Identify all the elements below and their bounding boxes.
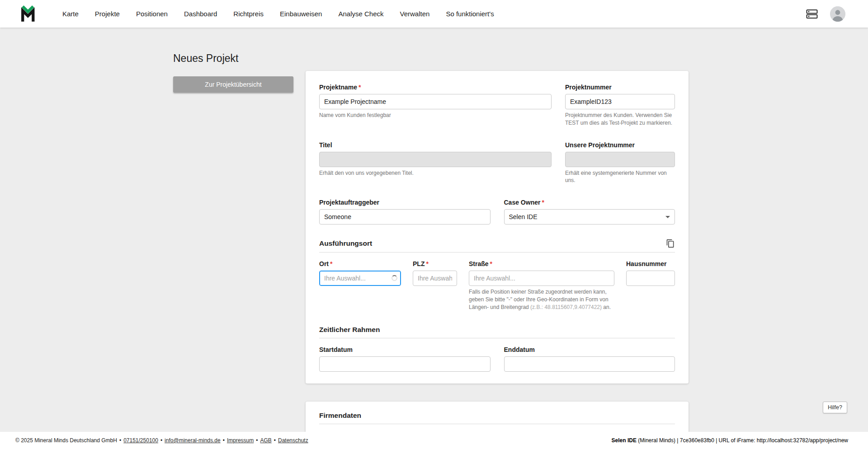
- field-plz: PLZ*: [413, 260, 457, 311]
- label-text: PLZ: [413, 260, 425, 267]
- titel-helper: Erhält den von uns vorgegebenen Titel.: [319, 169, 552, 177]
- enddatum-label: Enddatum: [504, 346, 675, 353]
- hausnummer-label: Hausnummer: [626, 260, 675, 267]
- chevron-down-icon: [665, 216, 670, 218]
- project-overview-button[interactable]: Zur Projektübersicht: [173, 76, 293, 93]
- nav-item-positionen[interactable]: Positionen: [136, 10, 168, 18]
- server-icon[interactable]: [806, 9, 818, 19]
- nav-item-so-funktionierts[interactable]: So funktioniert's: [446, 10, 494, 18]
- field-hausnummer: Hausnummer: [626, 260, 675, 311]
- required-marker: *: [359, 84, 361, 91]
- strasse-input[interactable]: [469, 271, 614, 286]
- person-icon: [830, 6, 845, 22]
- titel-label: Titel: [319, 141, 552, 149]
- field-case-owner: Case Owner* Selen IDE: [504, 199, 675, 224]
- case-owner-select[interactable]: Selen IDE: [504, 209, 675, 224]
- titel-input: [319, 152, 552, 167]
- field-unsere-projektnummer: Unsere Projektnummer Erhält eine systemg…: [565, 141, 675, 185]
- row-name-number: Projektname* Name vom Kunden festlegbar …: [319, 84, 675, 127]
- field-titel: Titel Erhält den von uns vorgegebenen Ti…: [319, 141, 552, 185]
- footer: © 2025 Mineral Minds Deutschland GmbH • …: [0, 432, 868, 449]
- startdatum-label: Startdatum: [319, 346, 491, 353]
- session-details: (Mineral Minds) | 7ce360e83fb0 | URL of …: [637, 437, 848, 444]
- projektnummer-helper: Projektnummer des Kunden. Verwenden Sie …: [565, 112, 675, 127]
- ort-input[interactable]: [319, 271, 401, 286]
- required-marker: *: [490, 260, 492, 267]
- projektauftraggeber-label: Projektauftraggeber: [319, 199, 491, 206]
- field-strasse: Straße* Falls die Position keiner Straße…: [469, 260, 614, 311]
- unsere-projektnummer-helper: Erhält eine systemgenerierte Nummer von …: [565, 169, 675, 185]
- projektnummer-label: Projektnummer: [565, 84, 675, 91]
- enddatum-input[interactable]: [504, 356, 675, 372]
- label-text: Projektname: [319, 84, 357, 91]
- firmendaten-heading: Firmendaten: [319, 412, 361, 420]
- footer-link-agb[interactable]: AGB: [260, 437, 271, 444]
- zeitlicher-rahmen-section-head: Zeitlicher Rahmen: [319, 326, 675, 338]
- projektname-helper: Name vom Kunden festlegbar: [319, 112, 552, 119]
- projektnummer-input[interactable]: [565, 94, 675, 109]
- ort-input-wrap: [319, 271, 401, 286]
- navbar-right: [806, 6, 845, 22]
- nav-item-analyse-check[interactable]: Analyse Check: [338, 10, 383, 18]
- row-auftraggeber-owner: Projektauftraggeber Case Owner* Selen ID…: [319, 199, 675, 224]
- case-owner-label: Case Owner*: [504, 199, 675, 206]
- field-projektnummer: Projektnummer Projektnummer des Kunden. …: [565, 84, 675, 127]
- label-text: Straße: [469, 260, 489, 267]
- field-startdatum: Startdatum: [319, 346, 491, 372]
- mineral-minds-logo[interactable]: [21, 5, 40, 23]
- required-marker: *: [330, 260, 332, 267]
- separator: •: [119, 437, 121, 444]
- logo-icon: [21, 5, 40, 23]
- startdatum-input[interactable]: [319, 356, 491, 372]
- required-marker: *: [426, 260, 428, 267]
- field-projektname: Projektname* Name vom Kunden festlegbar: [319, 84, 552, 127]
- separator: •: [256, 437, 258, 444]
- case-owner-value: Selen IDE: [509, 213, 538, 220]
- copyright-text: © 2025 Mineral Minds Deutschland GmbH: [15, 437, 117, 444]
- main-nav: Karte Projekte Positionen Dashboard Rich…: [62, 10, 494, 18]
- required-marker: *: [542, 199, 544, 206]
- footer-link-phone[interactable]: 07151/250100: [123, 437, 158, 444]
- footer-link-impressum[interactable]: Impressum: [227, 437, 254, 444]
- nav-item-projekte[interactable]: Projekte: [95, 10, 120, 18]
- separator: •: [160, 437, 162, 444]
- projektname-label: Projektname*: [319, 84, 552, 91]
- footer-legal: © 2025 Mineral Minds Deutschland GmbH • …: [15, 437, 308, 444]
- ausfuehrungsort-section-head: Ausführungsort: [319, 239, 675, 253]
- copy-icon[interactable]: [666, 239, 675, 248]
- field-enddatum: Enddatum: [504, 346, 675, 372]
- projektauftraggeber-input[interactable]: [319, 209, 491, 224]
- nav-item-verwalten[interactable]: Verwalten: [400, 10, 430, 18]
- unsere-projektnummer-input: [565, 152, 675, 167]
- unsere-projektnummer-label: Unsere Projektnummer: [565, 141, 675, 149]
- project-form-card: Projektname* Name vom Kunden festlegbar …: [306, 71, 689, 384]
- projektname-input[interactable]: [319, 94, 552, 109]
- label-text: Case Owner: [504, 199, 541, 206]
- footer-link-datenschutz[interactable]: Datenschutz: [278, 437, 308, 444]
- field-projektauftraggeber: Projektauftraggeber: [319, 199, 491, 224]
- strasse-label: Straße*: [469, 260, 614, 267]
- helper-example: (z.B.: 48.8115607,9.4077422): [530, 304, 602, 310]
- hausnummer-input[interactable]: [626, 271, 675, 286]
- separator: •: [223, 437, 225, 444]
- firmendaten-section-head: Firmendaten: [319, 412, 675, 424]
- nav-item-dashboard[interactable]: Dashboard: [184, 10, 217, 18]
- nav-item-karte[interactable]: Karte: [62, 10, 79, 18]
- row-titel-unsere: Titel Erhält den von uns vorgegebenen Ti…: [319, 141, 675, 185]
- help-button[interactable]: Hilfe?: [823, 402, 847, 413]
- nav-item-richtpreis[interactable]: Richtpreis: [233, 10, 264, 18]
- footer-link-email[interactable]: info@mineral-minds.de: [165, 437, 221, 444]
- field-ort: Ort*: [319, 260, 401, 311]
- helper-text-end: an.: [602, 304, 611, 310]
- page-title: Neues Projekt: [173, 52, 238, 65]
- plz-input[interactable]: [413, 271, 457, 286]
- label-text: Ort: [319, 260, 329, 267]
- avatar[interactable]: [830, 6, 845, 22]
- session-user: Selen IDE: [612, 437, 637, 444]
- nav-item-einbauweisen[interactable]: Einbauweisen: [280, 10, 322, 18]
- separator: •: [274, 437, 276, 444]
- plz-label: PLZ*: [413, 260, 457, 267]
- ort-label: Ort*: [319, 260, 401, 267]
- row-address: Ort* PLZ* Straße* Falls die Position kei…: [319, 260, 675, 311]
- footer-session-info: Selen IDE (Mineral Minds) | 7ce360e83fb0…: [612, 437, 848, 444]
